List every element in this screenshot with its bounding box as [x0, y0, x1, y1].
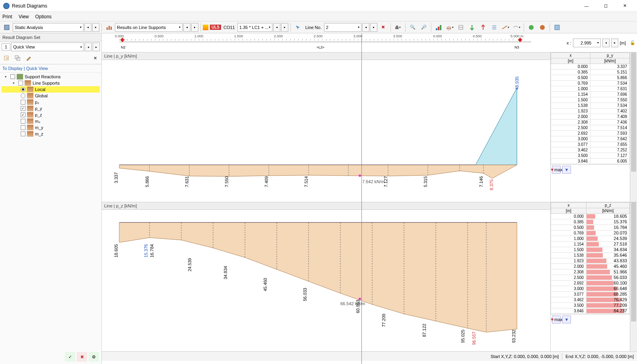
- maximize-button[interactable]: ◻: [596, 0, 615, 12]
- filter-icon[interactable]: ⚙: [89, 352, 99, 362]
- table-row[interactable]: 0.0003.337: [551, 64, 630, 70]
- set-no-input[interactable]: [2, 43, 10, 50]
- tree-mz[interactable]: m_z: [2, 131, 100, 137]
- print-icon[interactable]: 🖶▾: [393, 23, 403, 32]
- table-row[interactable]: 3.84684.237: [551, 308, 630, 314]
- table-row[interactable]: 3.8466.005: [551, 159, 630, 164]
- copy-set-icon[interactable]: [12, 53, 23, 63]
- x-value-input[interactable]: 2.995▾: [573, 39, 601, 47]
- delete-set-icon[interactable]: ✕: [90, 53, 100, 63]
- chart-py[interactable]: Line | p_y [kN/m] 7.642 kN/m 48.935: [102, 52, 550, 202]
- tree-px[interactable]: pₓ: [2, 99, 100, 105]
- table-row[interactable]: 0.00018.605: [551, 214, 630, 219]
- tree-support-reactions[interactable]: ▾Support Reactions: [2, 74, 100, 80]
- table-row[interactable]: 2.50056.033: [551, 275, 630, 281]
- analysis-combo[interactable]: Static Analysis▾: [13, 23, 84, 32]
- tool-6-icon[interactable]: [489, 23, 499, 32]
- tool-1-icon[interactable]: [433, 23, 444, 32]
- zoom-in-icon[interactable]: 🔍: [408, 23, 418, 32]
- scroll-py[interactable]: [630, 52, 637, 202]
- menu-print[interactable]: Print: [2, 14, 12, 19]
- table-row[interactable]: 1.92343.833: [551, 258, 630, 264]
- table-row[interactable]: 3.00066.648: [551, 286, 630, 292]
- ruler[interactable]: N2 »L2« N3 0.0000.5001.0001.5002.0002.50…: [102, 33, 549, 52]
- table-row[interactable]: 3.46276.429: [551, 297, 630, 303]
- lineno-prev[interactable]: ◂: [362, 23, 369, 32]
- edit-set-icon[interactable]: [23, 53, 34, 63]
- table-row[interactable]: 2.3087.436: [551, 120, 630, 125]
- table-row[interactable]: 1.50034.834: [551, 247, 630, 253]
- tree-mx[interactable]: mₓ: [2, 118, 100, 124]
- lineno-combo[interactable]: 2▾: [324, 23, 361, 32]
- tree-pz[interactable]: ✓p_z: [2, 112, 100, 118]
- filter-max-py[interactable]: ▼max: [552, 166, 561, 174]
- results-prev[interactable]: ◂: [183, 23, 190, 32]
- table-row[interactable]: 0.3855.151: [551, 70, 630, 75]
- analysis-prev[interactable]: ◂: [84, 23, 91, 32]
- table-row[interactable]: 3.0007.642: [551, 136, 630, 142]
- tree-global[interactable]: Global: [2, 93, 100, 99]
- table-row[interactable]: 2.0007.409: [551, 114, 630, 120]
- tool-11-icon[interactable]: [552, 23, 562, 32]
- tool-3-icon[interactable]: [456, 23, 466, 32]
- chart-pz[interactable]: Line | p_z [kN/m] 66.542 kN/m 18.605: [102, 202, 550, 351]
- table-row[interactable]: 0.76920.070: [551, 230, 630, 236]
- close-button[interactable]: ✕: [616, 0, 634, 12]
- table-row[interactable]: 3.0777.655: [551, 142, 630, 147]
- loadcase-combo[interactable]: 1.35 * LC1 + ...▾: [237, 23, 272, 32]
- table-row[interactable]: 1.5387.534: [551, 103, 630, 108]
- filter-py[interactable]: ▼: [562, 166, 571, 174]
- table-row[interactable]: 1.5007.550: [551, 97, 630, 103]
- table-row[interactable]: 3.4627.252: [551, 147, 630, 153]
- analysis-next[interactable]: ▸: [92, 23, 99, 32]
- table-row[interactable]: 2.00045.460: [551, 264, 630, 269]
- tool-8-icon[interactable]: ▾: [511, 23, 522, 32]
- menu-options[interactable]: Options: [35, 14, 51, 19]
- table-row[interactable]: 0.50016.784: [551, 225, 630, 230]
- tool-10-icon[interactable]: [537, 23, 548, 32]
- loadcase-next[interactable]: ▸: [281, 23, 288, 32]
- lock-icon[interactable]: 🔓: [628, 33, 637, 52]
- tree-py[interactable]: ✓p_y: [2, 105, 100, 112]
- uncheck-all-icon[interactable]: ✖: [77, 352, 87, 362]
- x-next[interactable]: ▸: [611, 39, 618, 47]
- analysis-icon[interactable]: [2, 23, 12, 32]
- tool-2-icon[interactable]: ▾: [445, 23, 455, 32]
- menu-view[interactable]: View: [19, 14, 29, 19]
- table-row[interactable]: 1.53835.646: [551, 253, 630, 258]
- table-row[interactable]: 2.6927.593: [551, 131, 630, 136]
- results-icon[interactable]: [104, 23, 114, 32]
- tree-local[interactable]: Local: [2, 86, 100, 93]
- set-next[interactable]: ▸: [93, 43, 100, 51]
- tool-9-icon[interactable]: [526, 23, 536, 32]
- loadcase-prev[interactable]: ◂: [273, 23, 280, 32]
- table-row[interactable]: 1.15427.518: [551, 242, 630, 247]
- results-next[interactable]: ▸: [191, 23, 198, 32]
- table-row[interactable]: 2.30851.966: [551, 269, 630, 275]
- pick-icon[interactable]: [293, 23, 303, 32]
- table-row[interactable]: 0.5005.866: [551, 75, 630, 81]
- filter-pz[interactable]: ▼: [562, 316, 571, 323]
- lineno-next[interactable]: ▸: [370, 23, 377, 32]
- scroll-pz[interactable]: [630, 202, 637, 351]
- table-row[interactable]: 3.50077.209: [551, 303, 630, 308]
- table-row[interactable]: 1.00024.539: [551, 236, 630, 242]
- check-all-icon[interactable]: ✓: [65, 352, 75, 362]
- filter-max-pz[interactable]: ▼max: [552, 316, 561, 323]
- table-row[interactable]: 0.7697.534: [551, 81, 630, 86]
- x-prev[interactable]: ◂: [602, 39, 610, 47]
- table-row[interactable]: 1.1547.696: [551, 92, 630, 97]
- tree-line-supports[interactable]: ▾Line Supports: [2, 80, 100, 86]
- set-prev[interactable]: ◂: [85, 43, 92, 51]
- results-combo[interactable]: Results on Line Supports▾: [115, 23, 183, 32]
- tree-my[interactable]: m_y: [2, 124, 100, 131]
- table-row[interactable]: 3.07768.285: [551, 292, 630, 297]
- set-name-combo[interactable]: Quick View▾: [11, 43, 84, 51]
- table-row[interactable]: 1.0007.631: [551, 86, 630, 92]
- table-row[interactable]: 1.9237.402: [551, 108, 630, 114]
- new-set-icon[interactable]: +: [1, 53, 12, 63]
- minimize-button[interactable]: —: [577, 0, 596, 12]
- table-row[interactable]: 2.5007.514: [551, 125, 630, 131]
- zoom-out-icon[interactable]: 🔎: [419, 23, 429, 32]
- tool-5-icon[interactable]: [478, 23, 488, 32]
